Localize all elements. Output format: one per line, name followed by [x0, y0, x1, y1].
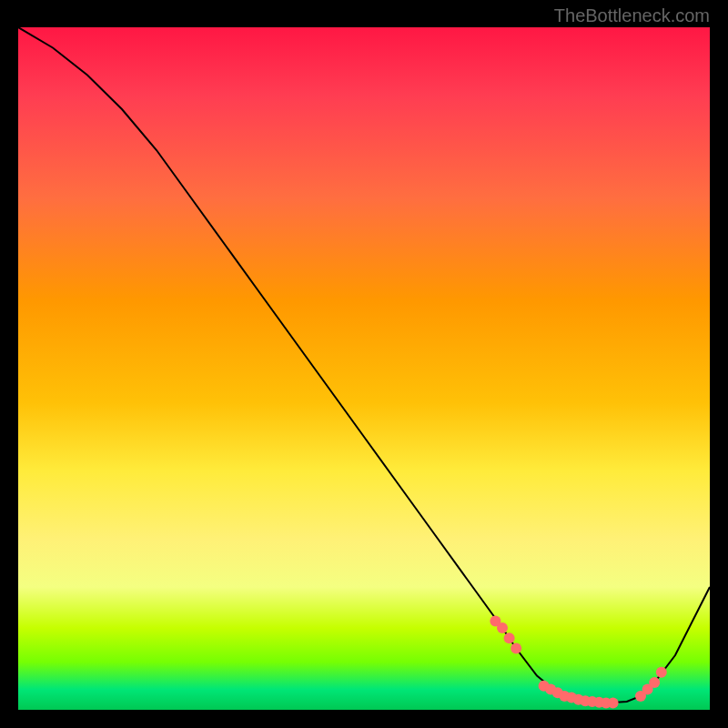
- chart-svg: [18, 27, 710, 710]
- data-point: [497, 622, 508, 633]
- data-point: [511, 643, 521, 654]
- watermark-text: TheBottleneck.com: [554, 5, 710, 26]
- data-point: [608, 698, 619, 709]
- highlighted-points-group: [490, 616, 666, 709]
- chart-plot-area: [18, 27, 710, 710]
- data-point: [649, 677, 660, 688]
- bottleneck-curve: [18, 27, 710, 703]
- data-point: [656, 667, 667, 678]
- data-point: [504, 632, 515, 643]
